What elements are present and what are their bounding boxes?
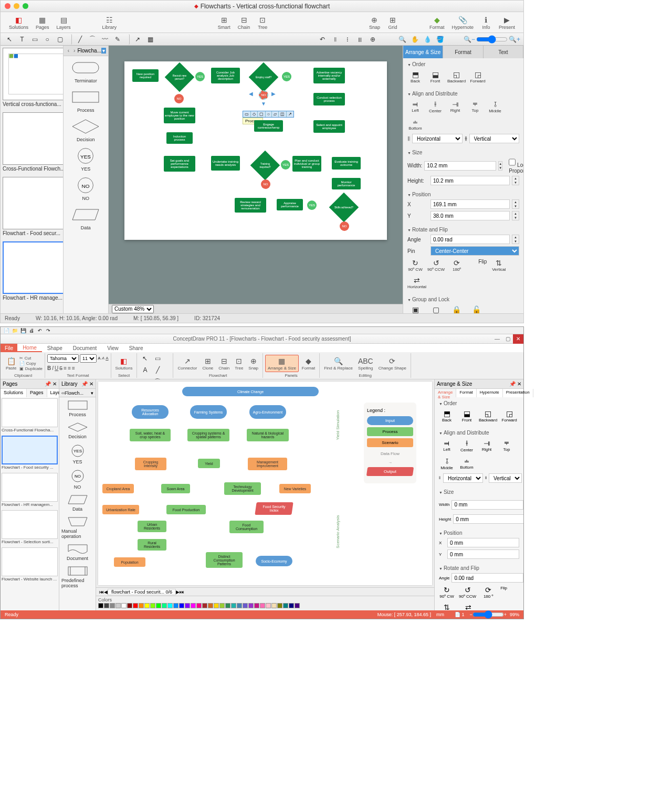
close-button[interactable]: ✕ bbox=[513, 334, 523, 344]
fc-node[interactable]: Yield bbox=[198, 459, 220, 468]
layers-button[interactable]: ▤Layers bbox=[54, 14, 74, 31]
x-input[interactable] bbox=[430, 199, 510, 209]
fc-node[interactable]: Induction process bbox=[166, 132, 193, 144]
tab-format[interactable]: Format bbox=[456, 389, 476, 397]
fc-node[interactable]: Natural & biological hazards bbox=[247, 429, 289, 441]
align2-button[interactable]: ⫶ bbox=[342, 34, 353, 45]
lib-back[interactable]: ‹ bbox=[66, 48, 71, 54]
hypernote-button[interactable]: 📎Hypernote bbox=[448, 14, 477, 31]
grid-button[interactable]: ⊞Grid bbox=[384, 14, 401, 31]
fc-node[interactable]: Distinct Consumption Patterns bbox=[206, 552, 243, 568]
menu-share[interactable]: Share bbox=[124, 345, 149, 351]
color-swatch[interactable] bbox=[139, 603, 144, 608]
angle-input[interactable] bbox=[452, 573, 523, 583]
shape-process[interactable]: Process bbox=[66, 88, 106, 113]
pin-select[interactable]: Center-Center bbox=[430, 246, 519, 256]
page-thumb[interactable]: 🟩🟦Vertical cross-functiona... bbox=[3, 48, 64, 110]
fc-node[interactable]: Farming Systems bbox=[190, 405, 227, 419]
align-right[interactable]: ⫣Right bbox=[447, 100, 463, 113]
shape-decision[interactable]: Decision bbox=[61, 421, 93, 439]
align-l[interactable]: ≡ bbox=[64, 365, 67, 371]
order-back[interactable]: ⬒Back bbox=[407, 70, 423, 83]
height-input[interactable] bbox=[453, 514, 523, 524]
qat-save[interactable]: 💾 bbox=[19, 327, 27, 334]
align-center[interactable]: ⫲Center bbox=[459, 439, 475, 452]
tab-first[interactable]: ⏮ bbox=[99, 589, 104, 595]
subtab-solutions[interactable]: Solutions bbox=[1, 389, 27, 397]
shape-popup[interactable]: ▭◇▢○▱◫↗ bbox=[243, 111, 294, 118]
x-input[interactable] bbox=[447, 538, 519, 547]
color-swatch[interactable] bbox=[283, 603, 288, 608]
fc-node[interactable]: Climate Change bbox=[182, 387, 319, 396]
page-thumb[interactable]: Cross-Functional Flowch... bbox=[3, 112, 64, 175]
page-thumb[interactable]: Flowchart - Website launch ... bbox=[2, 547, 58, 584]
present-button[interactable]: ▶Present bbox=[496, 14, 518, 31]
section-position[interactable]: Position bbox=[407, 191, 519, 198]
tree-button[interactable]: ⊡Tree bbox=[254, 14, 271, 31]
angle-input[interactable] bbox=[430, 235, 510, 244]
order-backward[interactable]: ◱Backward bbox=[479, 409, 497, 422]
color-swatch[interactable] bbox=[116, 603, 121, 608]
hand-tool[interactable]: ✋ bbox=[409, 34, 421, 45]
tab-hypernote[interactable]: Hypernote bbox=[477, 389, 503, 397]
b-btn[interactable]: B bbox=[47, 365, 51, 371]
shape-yes[interactable]: YESYES bbox=[66, 146, 106, 172]
align-right[interactable]: ⫣Right bbox=[479, 439, 495, 452]
fc-node[interactable]: Population bbox=[114, 557, 145, 567]
fc-node[interactable]: Agro-Environment bbox=[249, 405, 286, 419]
canvas[interactable]: Climate Change Resources Allocation Farm… bbox=[98, 382, 432, 585]
zoom-out[interactable]: 🔍− bbox=[464, 34, 475, 45]
fc-node[interactable]: Cropping systems & spatial patterns bbox=[187, 429, 229, 441]
qat-undo[interactable]: ↶ bbox=[36, 327, 44, 334]
page-thumb[interactable]: Cross-Functional Flowcha... bbox=[2, 398, 58, 435]
color-swatch[interactable] bbox=[156, 603, 161, 608]
ellipse-tool[interactable]: ○ bbox=[41, 34, 53, 45]
underline-button[interactable]: A bbox=[106, 356, 108, 361]
qat-open[interactable]: 📁 bbox=[11, 327, 18, 334]
tab-prev[interactable]: ◀ bbox=[104, 589, 108, 595]
align-middle[interactable]: ⫱Middle bbox=[487, 100, 503, 113]
zoom-tool[interactable]: 🔍 bbox=[396, 34, 408, 45]
minimize-button[interactable]: — bbox=[492, 334, 502, 344]
fc-yes[interactable]: YES bbox=[282, 72, 291, 81]
color-swatch[interactable] bbox=[133, 603, 138, 608]
height-spinner[interactable]: ▲▼ bbox=[512, 176, 519, 185]
color-swatch[interactable] bbox=[248, 603, 254, 608]
fc-node[interactable]: Technology Development bbox=[224, 482, 261, 495]
fc-node[interactable]: Food Production bbox=[166, 505, 206, 514]
align-top[interactable]: ⫧Top bbox=[467, 100, 483, 113]
shape-no[interactable]: NONO bbox=[66, 176, 106, 201]
page-tab[interactable]: flowchart - Food securit... 0/6 bbox=[108, 589, 176, 595]
handle-down-icon[interactable]: ▼ bbox=[261, 101, 266, 107]
fc-node[interactable]: New Varieties bbox=[279, 484, 311, 493]
tab-text[interactable]: Text bbox=[484, 46, 523, 58]
fc-yes[interactable]: YES bbox=[195, 72, 205, 81]
lib-fwd[interactable]: › bbox=[71, 48, 77, 54]
y-input[interactable] bbox=[447, 549, 519, 559]
minimize-button[interactable] bbox=[14, 3, 19, 9]
fc-no[interactable]: NO bbox=[174, 94, 184, 103]
fc-node[interactable]: Conduct selection process bbox=[313, 93, 345, 105]
library-button[interactable]: ☷Library bbox=[99, 14, 120, 31]
width-input[interactable] bbox=[452, 500, 523, 510]
shapes-tool[interactable]: ▦ bbox=[144, 34, 156, 45]
lock-proportions[interactable] bbox=[509, 157, 516, 167]
fc-node[interactable]: Engage contractor/temp bbox=[254, 120, 283, 132]
shape-data[interactable]: Data bbox=[61, 494, 93, 512]
fc-node[interactable]: Consider Job analysis Job description bbox=[211, 68, 240, 83]
italic-button[interactable]: A bbox=[102, 356, 104, 361]
shape-yes[interactable]: YESYES bbox=[61, 443, 93, 464]
fc-node[interactable]: Select and appoint employee bbox=[313, 120, 345, 133]
connector-tool[interactable]: ↗ bbox=[132, 34, 143, 45]
pencil-tool[interactable]: ✎ bbox=[112, 34, 123, 45]
change-shape-button[interactable]: ⟳Change Shape bbox=[376, 355, 408, 372]
width-spinner[interactable]: ▲▼ bbox=[498, 161, 502, 171]
zoom-in[interactable]: + bbox=[504, 612, 507, 617]
fc-node[interactable]: Rural Residents bbox=[138, 539, 166, 551]
shape-document[interactable]: Document bbox=[61, 543, 93, 561]
section-size[interactable]: Size bbox=[407, 149, 519, 156]
fc-node[interactable]: Appraise performance bbox=[277, 199, 303, 210]
tree-button[interactable]: ⊡Tree bbox=[233, 355, 245, 372]
fc-node[interactable]: Move current employee to the new positio… bbox=[164, 108, 195, 123]
qat-redo[interactable]: ↷ bbox=[45, 327, 52, 334]
